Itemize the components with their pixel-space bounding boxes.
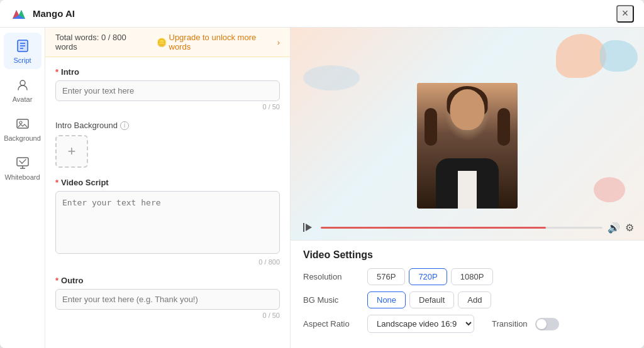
- svg-rect-8: [17, 158, 28, 166]
- outro-label-text: Outro: [61, 276, 83, 285]
- avatar-suit: [436, 158, 499, 209]
- left-panel: Total words: 0 / 800 words 🪙 Upgrade to …: [45, 28, 291, 348]
- intro-input[interactable]: [55, 80, 280, 101]
- sidebar: Script Avatar: [0, 28, 45, 348]
- title-bar-left: Mango AI: [10, 5, 75, 23]
- outro-required-star: *: [55, 276, 58, 285]
- progress-fill: [321, 227, 546, 229]
- word-count-bar: Total words: 0 / 800 words 🪙 Upgrade to …: [45, 28, 290, 57]
- intro-bg-label-text: Intro Background: [55, 121, 118, 130]
- video-script-section: * Video Script 0 / 800: [55, 178, 280, 266]
- intro-section: * Intro 0 / 50: [55, 67, 280, 111]
- main-content: Script Avatar: [0, 28, 644, 348]
- app-title: Mango AI: [33, 8, 75, 19]
- resolution-1080p-button[interactable]: 1080P: [451, 268, 494, 285]
- sidebar-item-whiteboard[interactable]: Whiteboard: [4, 150, 42, 186]
- resolution-btn-group: 576P 720P 1080P: [367, 268, 493, 285]
- blob4-decoration: [303, 65, 360, 90]
- script-icon: [14, 38, 31, 54]
- music-add-button[interactable]: Add: [458, 291, 491, 308]
- music-default-button[interactable]: Default: [409, 291, 454, 308]
- vs-required-star: *: [55, 178, 58, 187]
- sidebar-avatar-label: Avatar: [13, 95, 33, 103]
- avatar-face: [450, 89, 485, 130]
- aspect-ratio-select[interactable]: Landscape video 16:9 Portrait video 9:16…: [367, 315, 474, 333]
- resolution-576p-button[interactable]: 576P: [367, 268, 405, 285]
- blob3-decoration: [594, 177, 625, 202]
- sidebar-background-label: Background: [4, 134, 41, 142]
- resolution-label: Resolution: [303, 272, 360, 281]
- avatar-preview: [417, 83, 518, 209]
- intro-required-star: *: [55, 67, 58, 77]
- blob2-decoration: [600, 40, 638, 72]
- sidebar-item-script[interactable]: Script: [4, 33, 42, 69]
- svg-line-12: [22, 160, 26, 163]
- right-panel: 🔊 ⚙ Video Settings Resolution 576P 720P …: [291, 28, 644, 348]
- outro-input[interactable]: [55, 289, 280, 310]
- intro-label: * Intro: [55, 67, 280, 77]
- sidebar-item-avatar[interactable]: Avatar: [4, 72, 42, 108]
- outro-section: * Outro 0 / 50: [55, 276, 280, 319]
- vs-label-text: Video Script: [61, 178, 109, 187]
- video-script-label: * Video Script: [55, 178, 280, 187]
- close-button[interactable]: ×: [616, 5, 634, 23]
- svg-marker-14: [306, 224, 312, 231]
- sidebar-item-background[interactable]: Background: [4, 111, 42, 147]
- video-settings-panel: Video Settings Resolution 576P 720P 1080…: [291, 240, 644, 348]
- video-script-counter: 0 / 800: [55, 258, 280, 266]
- intro-bg-info-icon: i: [120, 121, 129, 130]
- avatar-figure: [417, 83, 518, 209]
- blob1-decoration: [556, 34, 606, 78]
- word-count-text: Total words: 0 / 800 words: [55, 33, 147, 52]
- progress-track[interactable]: [321, 227, 602, 229]
- svg-point-7: [19, 121, 22, 124]
- bg-music-label: BG Music: [303, 295, 360, 305]
- sidebar-script-label: Script: [13, 57, 31, 64]
- sidebar-whiteboard-label: Whiteboard: [4, 173, 40, 181]
- video-settings-title: Video Settings: [303, 249, 631, 261]
- app-window: Mango AI × Script: [0, 0, 644, 348]
- aspect-ratio-label: Aspect Ratio: [303, 319, 360, 329]
- avatar-icon: [14, 77, 31, 93]
- transition-label: Transition: [492, 319, 528, 329]
- video-script-input[interactable]: [55, 191, 280, 254]
- panel-scroll: * Intro 0 / 50 Intro Background i +: [45, 57, 290, 348]
- background-icon: [14, 116, 31, 132]
- upgrade-arrow: ›: [277, 38, 280, 47]
- svg-line-11: [19, 161, 22, 163]
- add-intro-bg-button[interactable]: +: [55, 135, 88, 168]
- title-bar: Mango AI ×: [0, 0, 644, 28]
- intro-counter: 0 / 50: [55, 103, 280, 111]
- intro-bg-section: Intro Background i +: [55, 121, 280, 168]
- music-btn-group: None Default Add: [367, 291, 491, 308]
- whiteboard-icon: [14, 155, 31, 171]
- intro-label-text: Intro: [61, 67, 79, 77]
- aspect-ratio-row: Aspect Ratio Landscape video 16:9 Portra…: [303, 315, 631, 333]
- playback-settings-button[interactable]: ⚙: [625, 222, 634, 234]
- avatar-shirt: [458, 171, 477, 209]
- svg-point-5: [20, 80, 25, 85]
- transition-toggle-knob: [536, 319, 547, 329]
- avatar-hair-right: [497, 108, 510, 146]
- transition-toggle[interactable]: [535, 318, 559, 330]
- volume-button[interactable]: 🔊: [608, 222, 620, 234]
- resolution-720p-button[interactable]: 720P: [409, 268, 447, 285]
- bg-music-row: BG Music None Default Add: [303, 291, 631, 308]
- resolution-row: Resolution 576P 720P 1080P: [303, 268, 631, 285]
- outro-counter: 0 / 50: [55, 312, 280, 319]
- upgrade-link[interactable]: 🪙 Upgrade to unlock more words ›: [157, 33, 280, 52]
- upgrade-text: Upgrade to unlock more words: [169, 33, 275, 52]
- play-button[interactable]: [301, 220, 316, 235]
- coin-icon: 🪙: [157, 38, 167, 47]
- playback-controls: 🔊 ⚙: [291, 220, 644, 235]
- avatar-hair-left: [425, 108, 437, 146]
- preview-area: 🔊 ⚙: [291, 28, 644, 240]
- outro-label: * Outro: [55, 276, 280, 285]
- intro-bg-label: Intro Background i: [55, 121, 280, 130]
- mango-logo-icon: [10, 5, 28, 23]
- music-none-button[interactable]: None: [367, 291, 406, 308]
